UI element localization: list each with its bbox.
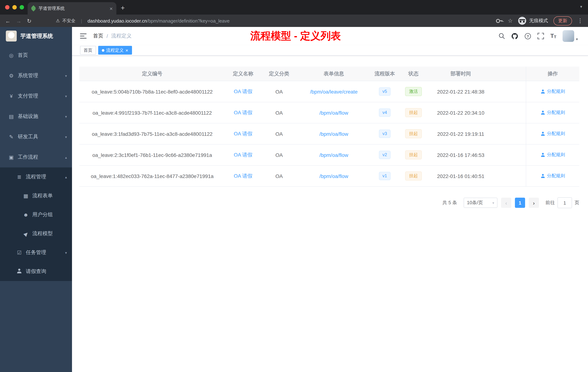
version-tag: v5 xyxy=(379,87,390,96)
people-icon: ☻ xyxy=(22,212,29,218)
definition-name-link[interactable]: OA 请假 xyxy=(234,152,252,158)
cell-deploy-time: 2022-01-22 19:19:11 xyxy=(428,123,494,144)
key-icon[interactable] xyxy=(496,18,502,23)
table-row: oa_leave:3:1fad3d93-7b75-11ec-a3c8-acde4… xyxy=(79,123,579,144)
page-button-1[interactable]: 1 xyxy=(515,198,525,208)
col-process-version: 流程版本 xyxy=(370,67,399,81)
sidebar-item-system[interactable]: ⚙ 系统管理 ▾ xyxy=(0,66,72,86)
tab-favicon xyxy=(30,5,37,11)
col-status: 状态 xyxy=(399,67,428,81)
fullscreen-icon[interactable] xyxy=(538,33,544,39)
user-menu[interactable]: ▾ xyxy=(563,30,578,42)
security-indicator[interactable]: ⚠ 不安全 xyxy=(56,18,75,24)
definition-name-link[interactable]: OA 请假 xyxy=(234,109,252,116)
form-link[interactable]: /bpm/oa/flow xyxy=(319,173,348,179)
logo-avatar xyxy=(6,31,17,42)
update-button[interactable]: 更新 xyxy=(554,16,572,25)
yen-icon: ¥ xyxy=(8,93,15,99)
sidebar-logo[interactable]: 芋道管理系统 xyxy=(0,27,72,45)
assign-rule-link[interactable]: 分配规则 xyxy=(540,109,565,116)
form-link[interactable]: /bpm/oa/flow xyxy=(319,152,348,158)
infrastructure-icon: ▤ xyxy=(8,114,15,119)
form-link[interactable]: /bpm/oa/leave/create xyxy=(310,89,358,94)
assign-rule-link[interactable]: 分配规则 xyxy=(540,88,565,95)
sidebar-item-user-group[interactable]: ☻ 用户分组 xyxy=(0,205,72,224)
tab-search-icon[interactable]: ▾ xyxy=(580,4,582,9)
document-icon: ▦ xyxy=(22,193,29,199)
col-definition-category: 定义分类 xyxy=(261,67,297,81)
goto-page-input[interactable] xyxy=(557,197,572,208)
col-definition-id: 定义编号 xyxy=(79,67,225,81)
definition-name-link[interactable]: OA 请假 xyxy=(234,131,252,137)
workflow-icon: ▣ xyxy=(8,154,15,160)
tag-process-definition[interactable]: 流程定义 × xyxy=(98,46,132,55)
user-icon xyxy=(17,269,22,273)
new-tab-button[interactable]: + xyxy=(121,4,125,12)
url-separator: | xyxy=(81,18,82,23)
next-page-button[interactable]: › xyxy=(529,198,539,208)
maximize-window-button[interactable] xyxy=(20,5,24,10)
cell-definition-id: oa_leave:5:004b710b-7b8a-11ec-8ef0-acde4… xyxy=(79,81,225,102)
sidebar-item-label: 工作流程 xyxy=(18,154,38,161)
minimize-window-button[interactable] xyxy=(12,5,17,10)
security-label: 不安全 xyxy=(62,18,75,24)
github-icon[interactable] xyxy=(512,33,518,40)
cell-filler xyxy=(494,102,526,123)
incognito-badge: 无痕模式 xyxy=(518,17,548,25)
sidebar-item-process-management[interactable]: ≣ 流程管理 ▴ xyxy=(0,167,72,186)
tab-close-icon[interactable]: × xyxy=(109,6,113,11)
definition-name-link[interactable]: OA 请假 xyxy=(234,88,252,95)
sidebar-item-process-form[interactable]: ▦ 流程表单 xyxy=(0,186,72,205)
url-field[interactable]: dashboard.yudao.iocoder.cn/bpm/manager/d… xyxy=(87,18,230,23)
tab-strip: 芋道管理系统 × + ▾ xyxy=(0,0,588,15)
sidebar-item-home[interactable]: ◎ 首页 xyxy=(0,45,72,66)
back-icon[interactable]: ← xyxy=(5,18,10,23)
forward-icon[interactable]: → xyxy=(16,18,21,23)
close-window-button[interactable] xyxy=(5,5,10,10)
search-icon[interactable] xyxy=(499,33,505,39)
assign-rule-link[interactable]: 分配规则 xyxy=(540,131,565,137)
form-link[interactable]: /bpm/oa/flow xyxy=(319,110,348,116)
version-tag: v3 xyxy=(379,130,390,138)
sidebar-item-leave-query[interactable]: 请假查询 xyxy=(0,262,72,281)
sidebar-item-payment[interactable]: ¥ 支付管理 ▾ xyxy=(0,86,72,106)
sidebar-item-label: 研发工具 xyxy=(18,134,38,140)
sidebar-item-infrastructure[interactable]: ▤ 基础设施 ▾ xyxy=(0,106,72,127)
sidebar-item-label: 支付管理 xyxy=(18,93,38,99)
traffic-lights xyxy=(5,5,24,10)
warning-icon: ⚠ xyxy=(56,18,60,23)
close-icon[interactable]: × xyxy=(126,48,128,53)
sidebar-item-label: 基础设施 xyxy=(18,113,38,120)
help-icon[interactable]: ? xyxy=(525,33,531,40)
chevron-up-icon: ▴ xyxy=(65,155,67,159)
app-title: 芋道管理系统 xyxy=(20,33,53,40)
reload-icon[interactable]: ↻ xyxy=(27,18,32,23)
col-deploy-time: 部署时间 xyxy=(428,67,494,81)
browser-tab[interactable]: 芋道管理系统 × xyxy=(28,2,116,15)
definition-name-link[interactable]: OA 请假 xyxy=(234,173,252,179)
tag-label: 流程定义 xyxy=(106,47,124,53)
list-icon: ≣ xyxy=(16,174,22,180)
sidebar-item-label: 任务管理 xyxy=(26,249,46,256)
sidebar-item-task-management[interactable]: ☑ 任务管理 ▾ xyxy=(0,243,72,262)
bookmark-star-icon[interactable]: ☆ xyxy=(508,17,513,24)
sidebar-item-label: 首页 xyxy=(18,52,28,59)
sidebar-toggle-icon[interactable] xyxy=(80,33,86,39)
version-tag: v2 xyxy=(379,151,390,159)
col-definition-name: 定义名称 xyxy=(225,67,261,81)
prev-page-button[interactable]: ‹ xyxy=(501,198,511,208)
breadcrumb-home[interactable]: 首页 xyxy=(93,33,103,39)
font-size-icon[interactable]: TT xyxy=(550,33,556,39)
sidebar-item-process-model[interactable]: ▶ 流程模型 xyxy=(0,224,72,243)
browser-menu-icon[interactable]: ⋮ xyxy=(578,17,583,24)
tag-home[interactable]: 首页 xyxy=(80,46,96,55)
assign-rule-label: 分配规则 xyxy=(547,152,565,158)
breadcrumb-separator: / xyxy=(106,33,108,39)
page-size-select[interactable]: 10条/页 ▾ xyxy=(464,198,497,208)
sidebar-item-devtools[interactable]: ✎ 研发工具 ▾ xyxy=(0,127,72,147)
assign-rule-link[interactable]: 分配规则 xyxy=(540,152,565,158)
address-bar: ← → ↻ ⚠ 不安全 | dashboard.yudao.iocoder.cn… xyxy=(0,15,588,27)
sidebar-item-workflow[interactable]: ▣ 工作流程 ▴ xyxy=(0,147,72,167)
form-link[interactable]: /bpm/oa/flow xyxy=(319,131,348,137)
assign-rule-link[interactable]: 分配规则 xyxy=(540,173,565,179)
